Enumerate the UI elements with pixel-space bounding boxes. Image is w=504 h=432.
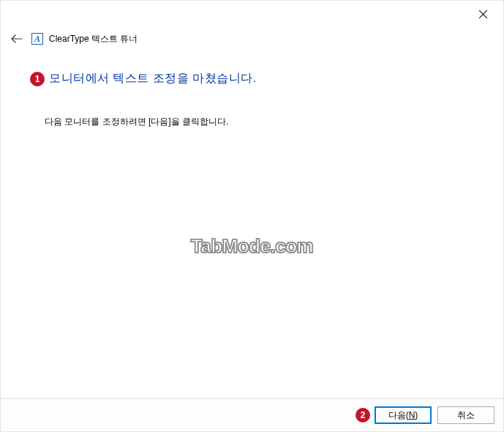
annotation-badge-2: 2: [356, 408, 370, 422]
next-button[interactable]: 다음(N): [375, 406, 432, 424]
page-heading: 모니터에서 텍스트 조정을 마쳤습니다.: [49, 71, 257, 86]
cancel-button[interactable]: 취소: [437, 406, 494, 424]
next-button-group: 2 다음(N): [356, 406, 432, 424]
titlebar: [1, 1, 503, 27]
next-button-label: 다음(N): [388, 409, 418, 422]
header: A ClearType 텍스트 튜너: [1, 27, 503, 51]
back-button[interactable]: [8, 30, 26, 48]
watermark: TabMode.com: [191, 235, 313, 258]
body-text: 다음 모니터를 조정하려면 [다음]을 클릭합니다.: [30, 116, 474, 128]
heading-row: 1 모니터에서 텍스트 조정을 마쳤습니다.: [30, 71, 474, 86]
close-icon: [479, 10, 487, 18]
annotation-badge-1: 1: [30, 72, 45, 86]
content-area: 1 모니터에서 텍스트 조정을 마쳤습니다. 다음 모니터를 조정하려면 [다음…: [1, 51, 503, 128]
app-icon: A: [31, 33, 43, 45]
back-arrow-icon: [11, 34, 23, 43]
window-title: ClearType 텍스트 튜너: [49, 33, 138, 45]
footer: 2 다음(N) 취소: [1, 398, 503, 431]
cancel-button-label: 취소: [457, 409, 475, 422]
close-button[interactable]: [468, 3, 497, 25]
